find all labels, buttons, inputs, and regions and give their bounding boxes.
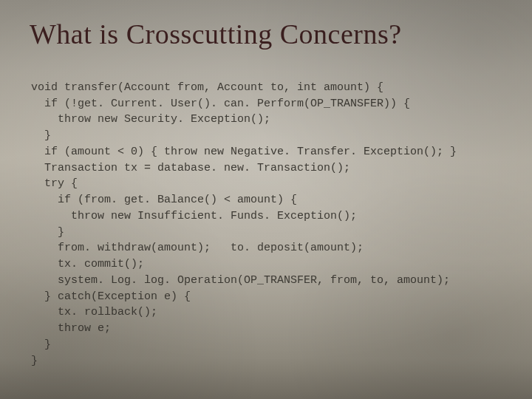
slide: What is Crosscutting Concerns? void tran…	[0, 0, 532, 399]
code-line: try {	[31, 177, 78, 190]
code-line: }	[31, 338, 51, 351]
code-line: void transfer(Account from, Account to, …	[31, 81, 383, 94]
code-line: tx. rollback();	[31, 306, 157, 318]
code-line: throw e;	[31, 322, 111, 335]
code-line: throw new Security. Exception();	[31, 113, 270, 126]
code-line: from. withdraw(amount); to. deposit(amou…	[31, 242, 364, 254]
code-line: if (!get. Current. User(). can. Perform(…	[31, 98, 410, 110]
code-line: if (amount < 0) { throw new Negative. Tr…	[31, 146, 457, 158]
slide-title: What is Crosscutting Concerns?	[30, 18, 502, 50]
code-line: tx. commit();	[31, 258, 144, 270]
code-line: throw new Insufficient. Funds. Exception…	[31, 210, 357, 222]
code-line: if (from. get. Balance() < amount) {	[31, 194, 297, 206]
code-line: }	[31, 355, 38, 367]
code-line: Transaction tx = database. new. Transact…	[31, 162, 350, 174]
code-line: } catch(Exception e) {	[31, 290, 191, 303]
code-line: }	[31, 226, 64, 239]
code-line: }	[31, 129, 51, 142]
code-line: system. Log. log. Operation(OP_TRANSFER,…	[31, 274, 450, 287]
code-block: void transfer(Account from, Account to, …	[31, 64, 502, 385]
